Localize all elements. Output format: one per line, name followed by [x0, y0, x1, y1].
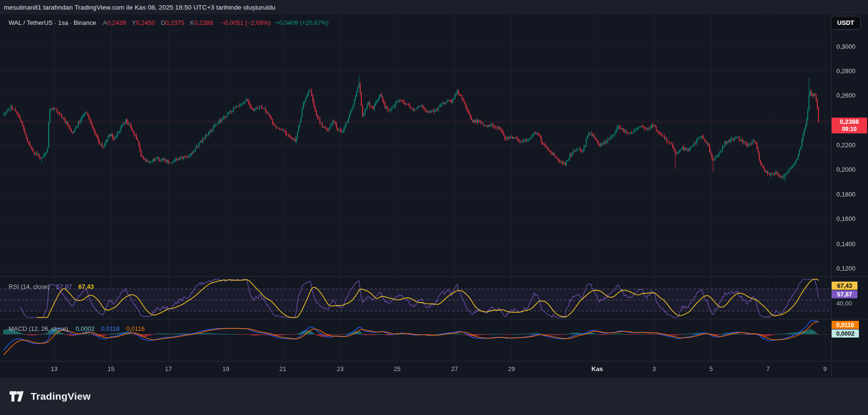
attribution-text: mesutinan81 tarafından TradingView.com i…	[4, 4, 275, 11]
open-label: A	[103, 19, 107, 26]
price-tick-label: 0,2000	[836, 166, 856, 173]
rsi-level-label: 40,00	[836, 300, 852, 307]
tradingview-logo-icon	[10, 391, 26, 402]
time-tick-label: 7	[766, 365, 769, 372]
tradingview-wordmark: TradingView	[31, 391, 91, 402]
high-label: Y	[132, 19, 136, 26]
attribution-bar: mesutinan81 tarafından TradingView.com i…	[0, 0, 868, 14]
time-tick-label: 13	[51, 365, 57, 372]
bar-countdown: 09:10	[832, 126, 867, 132]
time-tick-label: Kas	[591, 365, 603, 372]
tradingview-logo[interactable]: TradingView	[10, 391, 91, 402]
price-tick-label: 0,3000	[836, 43, 856, 50]
price-tick-label: 0,2600	[836, 92, 856, 99]
macd-title[interactable]: MACD (12, 26, close)	[9, 325, 68, 332]
low-label: D	[161, 19, 165, 26]
price-tick-label: 0,1400	[836, 240, 856, 248]
currency-toggle-button[interactable]: USDT	[831, 16, 861, 30]
macd-hist-value: 0,0002	[76, 325, 95, 332]
tradingview-chart-page: mesutinan81 tarafından TradingView.com i…	[0, 0, 868, 415]
symbol-title[interactable]: WAL / TetherUS · 1sa · Binance	[9, 19, 96, 26]
rsi-title[interactable]: RSI (14, close)	[9, 283, 50, 290]
macd-line-value: 0,0118	[101, 325, 120, 332]
footer-bar: TradingView	[0, 378, 868, 415]
macd-hist-badge: 0,0002	[832, 329, 859, 338]
rsi-line-badge: 57,87	[832, 290, 857, 298]
time-tick-label: 25	[394, 365, 401, 372]
symbol-legend: WAL / TetherUS · 1sa · Binance A0,2439 Y…	[9, 19, 329, 26]
macd-signal-value: 0,0116	[126, 325, 145, 332]
rsi-legend: RSI (14, close) 57,87 67,43	[9, 283, 94, 290]
close-value: 0,2388	[194, 19, 213, 26]
high-value: 0,2450	[136, 19, 155, 26]
time-tick-label: 29	[508, 365, 515, 372]
price-tick-label: 0,2800	[836, 67, 856, 75]
price-tick-label: 0,1200	[836, 265, 856, 272]
rsi-ma-value: 67,43	[78, 283, 94, 290]
time-tick-label: 21	[279, 365, 286, 372]
rsi-ma-badge: 67,43	[832, 282, 857, 290]
time-tick-label: 5	[709, 365, 712, 372]
low-value: 0,2375	[165, 19, 184, 26]
last-price-value: 0,2388	[832, 118, 867, 126]
time-tick-label: 9	[823, 365, 826, 372]
time-tick-label: 23	[337, 365, 344, 372]
close-label: K	[190, 19, 194, 26]
price-tick-label: 0,1600	[836, 215, 856, 222]
time-tick-label: 27	[451, 365, 458, 372]
rsi-line-value: 57,87	[56, 283, 72, 290]
time-tick-label: 19	[223, 365, 229, 372]
chart-canvas[interactable]	[0, 0, 868, 415]
open-value: 0,2439	[107, 19, 126, 26]
time-tick-label: 15	[108, 365, 114, 372]
price-tick-label: 0,1800	[836, 191, 856, 198]
change-value: −0,0051 (−2,09%)	[221, 19, 271, 26]
price-tick-label: 0,2200	[836, 142, 856, 149]
price-axis[interactable]: 0,30000,28000,26000,22000,20000,18000,16…	[832, 14, 868, 361]
macd-legend: MACD (12, 26, close) 0,0002 0,0118 0,011…	[9, 325, 145, 332]
extended-change-value: +0,0409 (+20,67%)	[276, 19, 329, 26]
time-axis[interactable]: 131517192123252729Kas3579	[0, 361, 831, 377]
time-tick-label: 3	[652, 365, 656, 372]
macd-signal-badge: 0,0116	[832, 321, 859, 329]
time-tick-label: 17	[165, 365, 172, 372]
last-price-badge: 0,2388 09:10	[832, 118, 867, 133]
